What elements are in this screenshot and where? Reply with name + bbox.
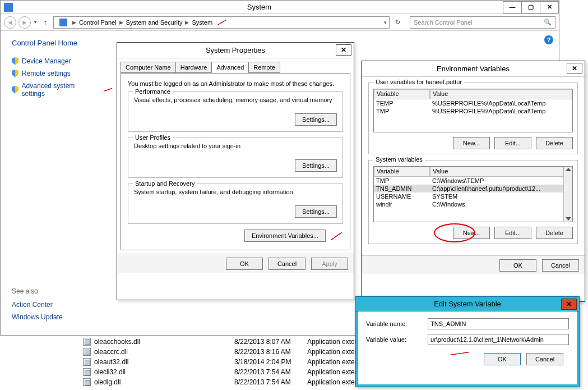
user-profiles-desc: Desktop settings related to your sign-in <box>134 143 337 149</box>
search-input[interactable]: Search Control Panel 🔍 <box>410 16 555 29</box>
variable-name-label: Variable name: <box>366 320 422 327</box>
shield-icon <box>12 57 18 65</box>
table-row[interactable]: TMP%USERPROFILE%\AppData\Local\Temp <box>374 107 572 115</box>
844[interactable]: TNS_ADMINC:\app\client\haneef.puttur\pro… <box>374 185 563 192</box>
computer-icon <box>59 19 67 26</box>
tab-advanced[interactable]: Advanced <box>211 62 249 73</box>
shield-icon <box>12 70 18 77</box>
environment-variables-button[interactable]: Environment Variables... <box>244 230 326 242</box>
nav-remote-settings[interactable]: Remote settings <box>12 70 113 77</box>
table-row[interactable]: USERNAMESYSTEM <box>374 192 563 200</box>
scrollbar[interactable] <box>563 167 572 222</box>
minimize-button[interactable]: — <box>503 1 522 13</box>
system-delete-button[interactable]: Delete <box>536 227 573 239</box>
breadcrumb[interactable]: ▶ Control Panel ▶ System and Security ▶ … <box>53 16 390 29</box>
annotation-mark <box>450 352 469 356</box>
performance-group: Performance Visual effects, processor sc… <box>128 91 343 132</box>
close-button[interactable]: ✕ <box>561 299 577 310</box>
dialog-button-row: OK Cancel Apply <box>117 254 354 273</box>
close-button[interactable]: ✕ <box>540 1 559 13</box>
chevron-right-icon: ▶ <box>71 20 78 25</box>
close-button[interactable]: ✕ <box>336 44 351 56</box>
chevron-right-icon: ▶ <box>183 20 191 25</box>
tab-strip: Computer Name Hardware Advanced Remote <box>121 62 350 73</box>
table-row[interactable]: TEMP%USERPROFILE%\AppData\Local\Temp <box>374 99 572 107</box>
table-row[interactable]: TMPC:\Windows\TEMP <box>374 177 563 185</box>
control-panel-home-link[interactable]: Control Panel Home <box>12 39 113 47</box>
forward-button[interactable]: ► <box>18 16 31 29</box>
search-placeholder: Search Control Panel <box>414 19 473 26</box>
cancel-button[interactable]: Cancel <box>268 258 305 270</box>
maximize-button[interactable]: ▢ <box>521 1 540 13</box>
user-new-button[interactable]: New... <box>453 137 490 149</box>
tab-computer-name[interactable]: Computer Name <box>121 62 176 73</box>
startup-recovery-desc: System startup, system failure, and debu… <box>134 189 337 195</box>
see-also-action-center[interactable]: Action Center <box>12 301 63 309</box>
system-edit-button[interactable]: Edit... <box>494 227 531 239</box>
file-row[interactable]: olecli32.dll8/22/2013 7:54 AMApplication… <box>83 367 396 377</box>
user-edit-button[interactable]: Edit... <box>494 137 531 149</box>
user-profiles-group: User Profiles Desktop settings related t… <box>128 137 343 178</box>
dialog-titlebar[interactable]: Environment Variables ✕ <box>362 61 585 77</box>
dialog-title: Environment Variables <box>437 65 510 73</box>
ok-button[interactable]: OK <box>484 353 521 365</box>
user-delete-button[interactable]: Delete <box>536 137 573 149</box>
toolbar: ◄ ► ▼ ↑ ▶ Control Panel ▶ System and Sec… <box>1 14 559 31</box>
nav-device-manager[interactable]: Device Manager <box>12 57 113 65</box>
tab-remote[interactable]: Remote <box>248 62 280 73</box>
see-also-windows-update[interactable]: Windows Update <box>12 313 63 321</box>
column-variable[interactable]: Variable <box>374 89 430 99</box>
system-new-button[interactable]: New... <box>453 227 490 239</box>
ok-button[interactable]: OK <box>499 259 536 272</box>
dialog-title: Edit System Variable <box>434 300 501 308</box>
user-profiles-settings-button[interactable]: Settings... <box>295 159 337 172</box>
tab-hardware[interactable]: Hardware <box>175 62 212 73</box>
column-variable[interactable]: Variable <box>374 167 430 177</box>
breadcrumb-segment[interactable]: System <box>192 19 212 26</box>
refresh-button[interactable]: ↻ <box>392 19 404 26</box>
history-dropdown-icon[interactable]: ▼ <box>33 20 38 25</box>
dll-icon <box>83 368 91 376</box>
breadcrumb-segment[interactable]: System and Security <box>126 19 183 26</box>
annotation-mark <box>103 88 113 92</box>
dll-icon <box>83 378 91 386</box>
close-button[interactable]: ✕ <box>567 63 582 74</box>
environment-variables-dialog: Environment Variables ✕ User variables f… <box>361 61 585 302</box>
dll-icon <box>83 338 91 346</box>
edit-system-variable-dialog: Edit System Variable ✕ Variable name: TN… <box>355 296 580 387</box>
system-titlebar[interactable]: System — ▢ ✕ <box>1 1 559 14</box>
system-properties-dialog: System Properties ✕ Computer Name Hardwa… <box>117 42 354 300</box>
annotation-mark <box>217 19 227 25</box>
cancel-button[interactable]: Cancel <box>542 259 579 272</box>
up-button[interactable]: ↑ <box>40 18 51 26</box>
startup-settings-button[interactable]: Settings... <box>295 205 337 218</box>
column-value[interactable]: Value <box>430 167 563 177</box>
performance-settings-button[interactable]: Settings... <box>295 113 337 126</box>
ok-button[interactable]: OK <box>226 258 263 270</box>
file-row[interactable]: oleaut32.dll3/18/2014 2:04 PMApplication… <box>83 357 396 367</box>
table-row[interactable]: windirC:\Windows <box>374 200 563 208</box>
apply-button[interactable]: Apply <box>311 258 348 270</box>
chevron-right-icon: ▶ <box>118 20 125 25</box>
variable-name-input[interactable]: TNS_ADMIN <box>428 318 569 329</box>
nav-advanced-system-settings[interactable]: Advanced system settings <box>12 82 113 98</box>
dialog-titlebar[interactable]: Edit System Variable ✕ <box>356 297 579 311</box>
dropdown-icon[interactable]: ▾ <box>384 20 387 25</box>
variable-value-input[interactable]: ur\product\12.1.0\client_1\Network\Admin <box>428 334 569 345</box>
breadcrumb-segment[interactable]: Control Panel <box>79 19 117 26</box>
see-also-title: See also <box>12 287 63 295</box>
help-icon[interactable]: ? <box>544 35 553 44</box>
see-also: See also Action Center Windows Update <box>12 287 63 325</box>
file-row[interactable]: oleacchooks.dll8/22/2013 8:07 AMApplicat… <box>83 337 396 347</box>
file-row[interactable]: oledlg.dll8/22/2013 7:54 AMApplication e… <box>83 377 396 387</box>
system-variables-table[interactable]: Variable Value TMPC:\Windows\TEMP TNS_AD… <box>373 166 573 222</box>
user-variables-table[interactable]: Variable Value TEMP%USERPROFILE%\AppData… <box>373 89 573 132</box>
cancel-button[interactable]: Cancel <box>526 353 563 365</box>
dialog-titlebar[interactable]: System Properties ✕ <box>117 43 354 58</box>
back-button[interactable]: ◄ <box>4 16 16 29</box>
file-row[interactable]: oleaccrc.dll8/22/2013 8:16 AMApplication… <box>83 347 396 357</box>
variable-value-label: Variable value: <box>366 336 422 343</box>
tab-body: You must be logged on as an Administrato… <box>121 73 350 250</box>
column-value[interactable]: Value <box>430 89 572 99</box>
system-icon <box>4 3 13 12</box>
